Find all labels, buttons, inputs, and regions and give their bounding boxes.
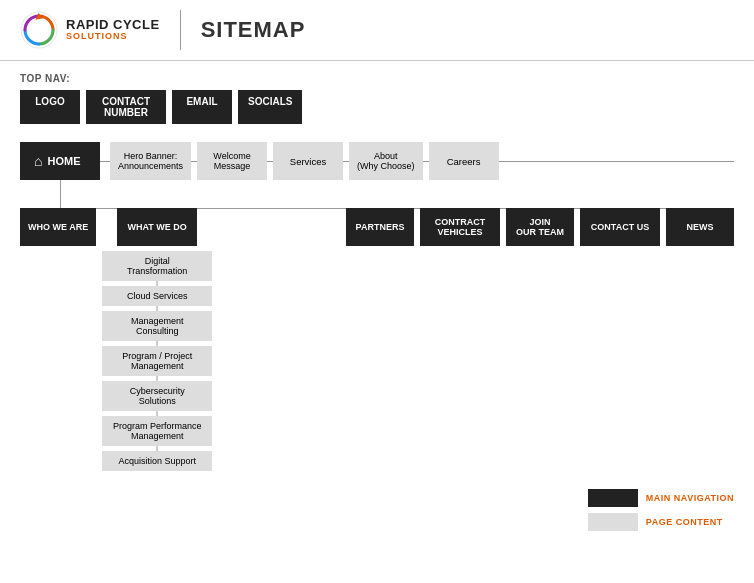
home-label: HOME (47, 155, 80, 167)
program-perf-mgmt-btn[interactable]: Program Performance Management (102, 416, 212, 446)
level3-items: Digital Transformation Cloud Services Ma… (102, 251, 212, 471)
join-our-team-item: JOIN OUR TEAM (506, 208, 574, 246)
what-we-do-btn[interactable]: WHAT WE DO (117, 208, 197, 246)
digital-transformation-btn[interactable]: Digital Transformation (102, 251, 212, 281)
services-btn[interactable]: Services (273, 142, 343, 180)
logo-main-text: RAPID CYCLE (66, 18, 160, 32)
home-children: Hero Banner: Announcements Welcome Messa… (110, 142, 499, 180)
top-nav-label: TOP NAV: (20, 73, 734, 84)
who-we-are-item: WHO WE ARE (20, 208, 96, 246)
contact-us-btn[interactable]: CONTACT US (580, 208, 660, 246)
contract-vehicles-item: CONTRACT VEHICLES (420, 208, 500, 246)
socials-button[interactable]: SOCIALS (238, 90, 302, 124)
page-title: SITEMAP (201, 17, 306, 43)
welcome-message-btn[interactable]: Welcome Message (197, 142, 267, 180)
logo-text: RAPID CYCLE SOLUTIONS (66, 18, 160, 42)
program-project-mgmt-btn[interactable]: Program / Project Management (102, 346, 212, 376)
logo-sub-text: SOLUTIONS (66, 32, 160, 42)
careers-btn[interactable]: Careers (429, 142, 499, 180)
legend-label-nav: MAIN NAVIGATION (646, 493, 734, 503)
contact-number-button[interactable]: CONTACT NUMBER (86, 90, 166, 124)
about-btn[interactable]: About (Why Choose) (349, 142, 423, 180)
logo-area: RAPID CYCLE SOLUTIONS (20, 11, 160, 49)
logo-icon (20, 11, 58, 49)
header: RAPID CYCLE SOLUTIONS SITEMAP (0, 0, 754, 61)
home-row: ⌂ HOME Hero Banner: Announcements Welcom… (20, 142, 734, 180)
email-button[interactable]: EMAIL (172, 90, 232, 124)
top-nav-row: LOGO CONTACT NUMBER EMAIL SOCIALS (20, 90, 734, 124)
join-our-team-btn[interactable]: JOIN OUR TEAM (506, 208, 574, 246)
hero-banner-btn[interactable]: Hero Banner: Announcements (110, 142, 191, 180)
header-divider (180, 10, 181, 50)
home-connector: Hero Banner: Announcements Welcome Messa… (100, 142, 734, 180)
home-icon: ⌂ (34, 153, 42, 169)
legend-item-content: PAGE CONTENT (588, 513, 734, 531)
legend: MAIN NAVIGATION PAGE CONTENT (588, 489, 734, 531)
news-btn[interactable]: NEWS (666, 208, 734, 246)
main-content: TOP NAV: LOGO CONTACT NUMBER EMAIL SOCIA… (0, 61, 754, 551)
who-we-are-btn[interactable]: WHO WE ARE (20, 208, 96, 246)
contract-vehicles-btn[interactable]: CONTRACT VEHICLES (420, 208, 500, 246)
sitemap-tree: ⌂ HOME Hero Banner: Announcements Welcom… (20, 142, 734, 531)
contact-us-item: CONTACT US (580, 208, 660, 246)
partners-item: PARTNERS (346, 208, 414, 246)
news-item: NEWS (666, 208, 734, 246)
legend-box-dark (588, 489, 638, 507)
cybersecurity-btn[interactable]: Cybersecurity Solutions (102, 381, 212, 411)
legend-item-nav: MAIN NAVIGATION (588, 489, 734, 507)
logo-button[interactable]: LOGO (20, 90, 80, 124)
level2-area: WHO WE ARE WHAT WE DO Digital Transforma… (20, 180, 734, 471)
acquisition-support-btn[interactable]: Acquisition Support (102, 451, 212, 471)
home-button[interactable]: ⌂ HOME (20, 142, 100, 180)
legend-label-content: PAGE CONTENT (646, 517, 723, 527)
mgmt-consulting-btn[interactable]: Management Consulting (102, 311, 212, 341)
partners-btn[interactable]: PARTNERS (346, 208, 414, 246)
what-we-do-item: WHAT WE DO Digital Transformation Cloud … (102, 208, 212, 471)
legend-box-light (588, 513, 638, 531)
level2-row: WHO WE ARE WHAT WE DO Digital Transforma… (20, 180, 734, 471)
cloud-services-btn[interactable]: Cloud Services (102, 286, 212, 306)
